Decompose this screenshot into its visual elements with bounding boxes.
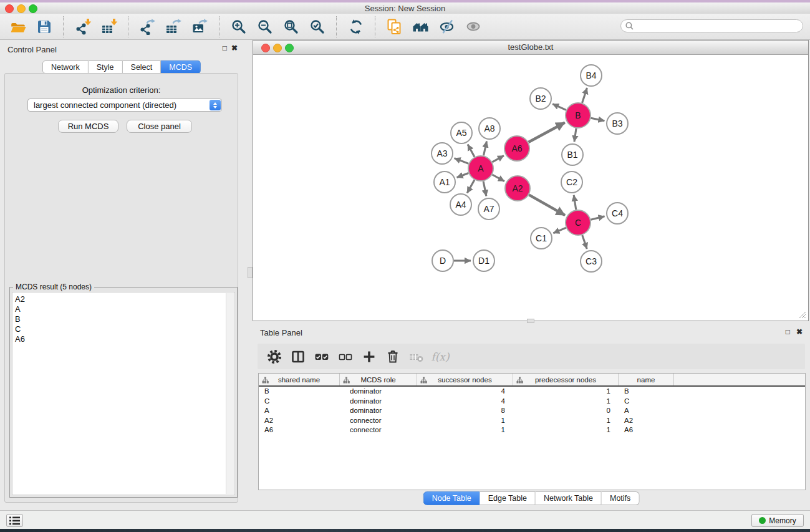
graph-edge-C-C1[interactable]	[553, 228, 566, 233]
table-row[interactable]: A6connector11A6	[259, 425, 805, 435]
graph-node-A5[interactable]: A5	[451, 122, 472, 143]
graph-edge-C-C4[interactable]	[591, 216, 604, 220]
column-header-predecessor-nodes[interactable]: predecessor nodes	[513, 374, 618, 385]
table-tab-edge-table[interactable]: Edge Table	[480, 491, 536, 505]
graph-node-A3[interactable]: A3	[432, 143, 453, 164]
column-layout-icon[interactable]	[290, 349, 306, 365]
cell-name[interactable]: C	[618, 397, 673, 407]
cell-MCDS-role[interactable]: dominator	[339, 406, 417, 416]
cell-name[interactable]: A2	[618, 416, 673, 426]
import-network-icon[interactable]	[72, 17, 94, 37]
graph-edge-A-A5[interactable]	[468, 144, 475, 157]
graph-edge-B-B2[interactable]	[552, 104, 566, 110]
hide-graphics-icon[interactable]	[436, 17, 458, 37]
zoom-selected-icon[interactable]	[307, 17, 328, 37]
result-list-scrollbar[interactable]	[226, 293, 234, 494]
graph-node-A[interactable]: A	[468, 156, 493, 181]
graph-node-A7[interactable]: A7	[478, 198, 499, 220]
first-neighbors-icon[interactable]	[410, 17, 432, 37]
float-table-panel-icon[interactable]: □	[786, 327, 790, 336]
graph-edge-C-C2[interactable]	[574, 195, 576, 210]
graph-edge-A-A2[interactable]	[492, 175, 504, 181]
cell-shared-name[interactable]: B	[259, 387, 339, 397]
search-input[interactable]	[636, 21, 803, 31]
memory-button[interactable]: Memory	[751, 514, 804, 527]
close-table-panel-icon[interactable]: ✖	[796, 327, 803, 336]
column-header-shared-name[interactable]: shared name	[259, 374, 339, 385]
export-network-icon[interactable]	[137, 17, 158, 37]
mcds-result-item[interactable]: C	[12, 324, 234, 334]
table-tab-network-table[interactable]: Network Table	[536, 491, 602, 505]
cell-shared-name[interactable]: A6	[259, 425, 339, 435]
close-panel-button[interactable]: Close panel	[127, 120, 192, 133]
table-tab-node-table[interactable]: Node Table	[423, 491, 480, 505]
graph-node-B[interactable]: B	[566, 103, 591, 128]
export-table-icon[interactable]	[163, 17, 185, 37]
cell-name[interactable]: A6	[618, 425, 673, 435]
column-header-MCDS-role[interactable]: MCDS role	[339, 374, 417, 385]
tab-network[interactable]: Network	[42, 60, 89, 74]
table-row[interactable]: A2connector11A2	[259, 416, 805, 426]
graph-edge-A-A1[interactable]	[457, 173, 469, 177]
mcds-result-item[interactable]: B	[12, 314, 234, 324]
splitpane-divider-handle[interactable]	[248, 267, 253, 278]
cell-name[interactable]: B	[618, 387, 673, 397]
graph-edge-A-A7[interactable]	[483, 181, 486, 196]
graph-edge-A-A4[interactable]	[467, 180, 475, 193]
cell-shared-name[interactable]: A	[259, 406, 339, 416]
graph-node-A2[interactable]: A2	[505, 176, 530, 201]
resize-grip-icon[interactable]	[798, 311, 807, 319]
table-row[interactable]: Adominator80A	[259, 406, 805, 416]
cell-MCDS-role[interactable]: dominator	[339, 397, 417, 407]
cell-predecessor-nodes[interactable]: 1	[513, 397, 618, 407]
graph-node-C3[interactable]: C3	[581, 251, 602, 272]
graph-node-B1[interactable]: B1	[562, 144, 583, 165]
open-session-icon[interactable]	[7, 17, 29, 37]
graph-edge-A-A8[interactable]	[483, 142, 486, 156]
graph-node-A6[interactable]: A6	[504, 136, 529, 161]
mcds-result-item[interactable]: A	[12, 304, 234, 314]
zoom-out-icon[interactable]	[254, 17, 276, 37]
add-row-icon[interactable]	[361, 349, 377, 365]
new-network-from-selection-icon[interactable]	[384, 17, 405, 37]
table-row[interactable]: Bdominator41B	[259, 387, 805, 397]
cell-shared-name[interactable]: A2	[259, 416, 339, 426]
graph-node-C1[interactable]: C1	[531, 228, 552, 249]
import-table-icon[interactable]	[99, 17, 120, 37]
cell-successor-nodes[interactable]: 8	[417, 406, 513, 416]
settings-icon[interactable]	[266, 349, 282, 365]
select-all-icon[interactable]	[314, 349, 330, 365]
mcds-result-item[interactable]: A6	[12, 334, 234, 344]
graph-node-A1[interactable]: A1	[434, 172, 455, 193]
graph-node-B4[interactable]: B4	[581, 65, 602, 86]
refresh-icon[interactable]	[345, 17, 367, 37]
graph-edge-C-C3[interactable]	[582, 235, 587, 249]
optimization-criterion-select[interactable]: largest connected component (directed)	[27, 99, 222, 112]
run-mcds-button[interactable]: Run MCDS	[58, 120, 118, 133]
graph-edge-A-A3[interactable]	[455, 158, 469, 164]
graph-node-A4[interactable]: A4	[450, 194, 471, 215]
zoom-in-icon[interactable]	[228, 17, 249, 37]
task-history-button[interactable]	[6, 514, 23, 527]
save-session-icon[interactable]	[34, 17, 55, 37]
export-image-icon[interactable]	[190, 17, 211, 37]
column-header-name[interactable]: name	[618, 374, 673, 385]
splitpane-divider-handle-horizontal[interactable]	[527, 319, 534, 323]
graph-node-C[interactable]: C	[566, 210, 591, 235]
cell-successor-nodes[interactable]: 1	[417, 425, 513, 435]
table-row[interactable]: Cdominator41C	[259, 397, 805, 407]
tab-select[interactable]: Select	[123, 60, 162, 74]
cell-MCDS-role[interactable]: connector	[339, 425, 417, 435]
cell-successor-nodes[interactable]: 4	[417, 387, 513, 397]
graph-edge-A6-B[interactable]	[528, 122, 564, 142]
close-panel-icon[interactable]: ✖	[231, 44, 238, 52]
graph-edge-B-B4[interactable]	[582, 88, 587, 103]
cell-predecessor-nodes[interactable]: 1	[513, 416, 618, 426]
network-canvas[interactable]: AA1A2A3A4A5A6A7A8BB1B2B3B4CC1C2C3C4DD1	[253, 55, 808, 321]
cell-predecessor-nodes[interactable]: 1	[513, 425, 618, 435]
cell-name[interactable]: A	[618, 406, 673, 416]
graph-node-C4[interactable]: C4	[607, 203, 628, 224]
cell-predecessor-nodes[interactable]: 0	[513, 406, 618, 416]
graph-node-A8[interactable]: A8	[479, 118, 500, 139]
show-graphics-icon[interactable]	[463, 17, 484, 37]
